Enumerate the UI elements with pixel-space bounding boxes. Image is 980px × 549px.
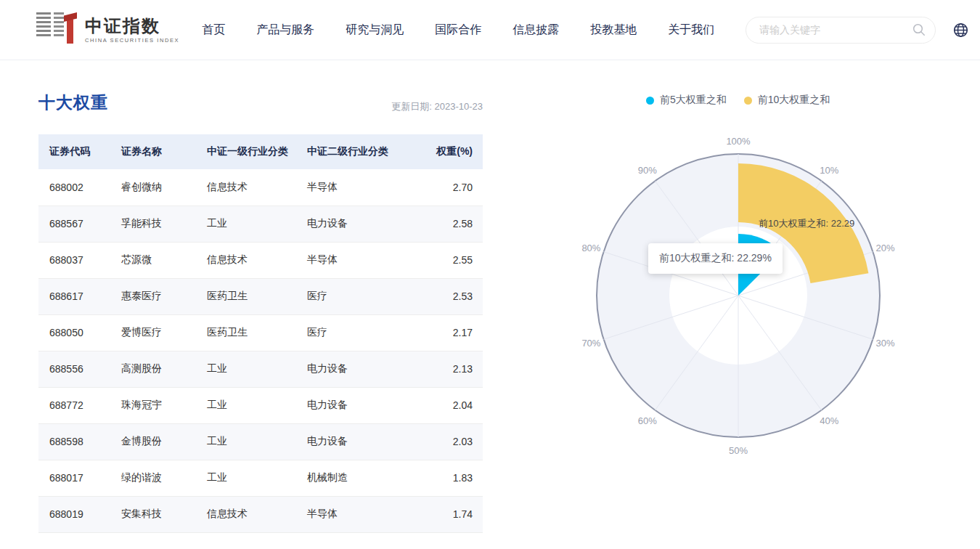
table-cell: 工业	[207, 206, 307, 242]
column-header: 中证二级行业分类	[307, 134, 417, 169]
axis-tick-label: 10%	[820, 165, 838, 176]
table-cell: 医药卫生	[207, 278, 307, 314]
table-cell: 2.03	[417, 423, 483, 460]
table-cell: 电力设备	[307, 387, 417, 423]
table-cell: 惠泰医疗	[121, 278, 207, 314]
page: 中证指数 CHINA SECURITIES INDEX 首页产品与服务研究与洞见…	[0, 0, 980, 549]
table-cell: 工业	[207, 423, 307, 460]
table-cell: 688037	[38, 242, 121, 278]
legend-dot	[744, 97, 752, 105]
nav-item-6[interactable]: 投教基地	[590, 23, 637, 38]
table-cell: 2.53	[417, 278, 483, 314]
table-cell: 688019	[38, 496, 121, 532]
language-globe-icon[interactable]	[953, 23, 968, 38]
axis-tick-label: 60%	[638, 415, 657, 426]
table-cell: 芯源微	[121, 242, 207, 278]
top10-sector-label: 前10大权重之和: 22.29	[759, 217, 854, 230]
logo[interactable]: 中证指数 CHINA SECURITIES INDEX	[36, 12, 179, 47]
search-icon[interactable]	[912, 23, 926, 37]
table-cell: 医疗	[307, 314, 417, 351]
axis-tick-label: 50%	[729, 445, 748, 456]
legend-dot	[646, 97, 654, 105]
logo-lines-left	[36, 12, 51, 37]
weights-polar-chart[interactable]: 10%20%30%40%50%60%70%80%90%100%	[579, 132, 898, 459]
table-row: 688556高测股份工业电力设备2.13	[38, 351, 483, 387]
table-cell: 爱博医疗	[121, 314, 207, 351]
table-cell: 睿创微纳	[121, 169, 207, 206]
table-cell: 2.55	[417, 242, 483, 278]
axis-tick-label: 70%	[581, 338, 600, 349]
table-cell: 688567	[38, 206, 121, 242]
table-cell: 688017	[38, 460, 121, 496]
nav-item-7[interactable]: 关于我们	[668, 23, 714, 38]
axis-tick-label: 40%	[820, 415, 838, 426]
table-cell: 2.04	[417, 387, 483, 423]
table-row: 688037芯源微信息技术半导体2.55	[38, 242, 483, 278]
legend-label: 前10大权重之和	[758, 94, 830, 107]
column-header: 中证一级行业分类	[207, 134, 307, 169]
table-cell: 688556	[38, 351, 121, 387]
table-cell: 688002	[38, 169, 121, 206]
table-cell: 孚能科技	[121, 206, 207, 242]
logo-title: 中证指数	[85, 17, 179, 36]
table-cell: 工业	[207, 460, 307, 496]
table-cell: 2.70	[417, 169, 483, 206]
search-box	[746, 17, 936, 44]
table-cell: 安集科技	[121, 496, 207, 532]
table-cell: 1.74	[417, 496, 483, 532]
logo-text: 中证指数 CHINA SECURITIES INDEX	[85, 17, 179, 44]
table-cell: 信息技术	[207, 169, 307, 206]
table-cell: 半导体	[307, 242, 417, 278]
weights-table: 证券代码证券名称中证一级行业分类中证二级行业分类权重(%) 688002睿创微纳…	[38, 134, 483, 533]
nav-item-3[interactable]: 研究与洞见	[346, 23, 404, 38]
nav-item-5[interactable]: 信息披露	[513, 23, 559, 38]
table-cell: 金博股份	[121, 423, 207, 460]
table-cell: 医药卫生	[207, 314, 307, 351]
csi-logo-icon	[36, 12, 77, 47]
table-cell: 1.83	[417, 460, 483, 496]
table-cell: 688050	[38, 314, 121, 351]
table-cell: 电力设备	[307, 206, 417, 242]
search-input[interactable]	[746, 17, 936, 44]
logo-red-bar	[67, 20, 73, 44]
nav-item-2[interactable]: 产品与服务	[256, 23, 314, 38]
table-cell: 高测股份	[121, 351, 207, 387]
chart-tooltip: 前10大权重之和: 22.29%	[648, 243, 783, 274]
table-cell: 医疗	[307, 278, 417, 314]
table-cell: 688598	[38, 423, 121, 460]
table-cell: 2.17	[417, 314, 483, 351]
table-cell: 688772	[38, 387, 121, 423]
nav-item-1[interactable]: 首页	[202, 23, 225, 38]
legend-item-2[interactable]: 前10大权重之和	[744, 94, 830, 107]
table-row: 688002睿创微纳信息技术半导体2.70	[38, 169, 483, 206]
axis-tick-label: 20%	[876, 243, 895, 253]
table-cell: 工业	[207, 387, 307, 423]
table-row: 688050爱博医疗医药卫生医疗2.17	[38, 314, 483, 351]
table-cell: 电力设备	[307, 351, 417, 387]
table-row: 688567孚能科技工业电力设备2.58	[38, 206, 483, 242]
nav-item-4[interactable]: 国际合作	[435, 23, 481, 38]
table-cell: 半导体	[307, 169, 417, 206]
table-cell: 绿的谐波	[121, 460, 207, 496]
axis-tick-label: 100%	[726, 136, 751, 147]
update-date: 更新日期: 2023-10-23	[38, 100, 483, 113]
column-header: 权重(%)	[417, 134, 483, 169]
legend-item-1[interactable]: 前5大权重之和	[646, 94, 727, 107]
table-cell: 电力设备	[307, 423, 417, 460]
main-nav: 首页产品与服务研究与洞见国际合作信息披露投教基地关于我们	[202, 23, 714, 38]
table-cell: 机械制造	[307, 460, 417, 496]
table-cell: 信息技术	[207, 496, 307, 532]
table-cell: 2.58	[417, 206, 483, 242]
axis-tick-label: 90%	[638, 165, 657, 176]
legend-label: 前5大权重之和	[660, 94, 727, 107]
table-row: 688019安集科技信息技术半导体1.74	[38, 496, 483, 532]
axis-tick-label: 80%	[581, 243, 600, 253]
table-header-row: 证券代码证券名称中证一级行业分类中证二级行业分类权重(%)	[38, 134, 483, 169]
chart-legend: 前5大权重之和前10大权重之和	[646, 94, 830, 107]
logo-lines-right	[54, 12, 64, 37]
column-header: 证券代码	[38, 134, 121, 169]
table-cell: 688617	[38, 278, 121, 314]
table-row: 688017绿的谐波工业机械制造1.83	[38, 460, 483, 496]
table-cell: 2.13	[417, 351, 483, 387]
table-row: 688617惠泰医疗医药卫生医疗2.53	[38, 278, 483, 314]
